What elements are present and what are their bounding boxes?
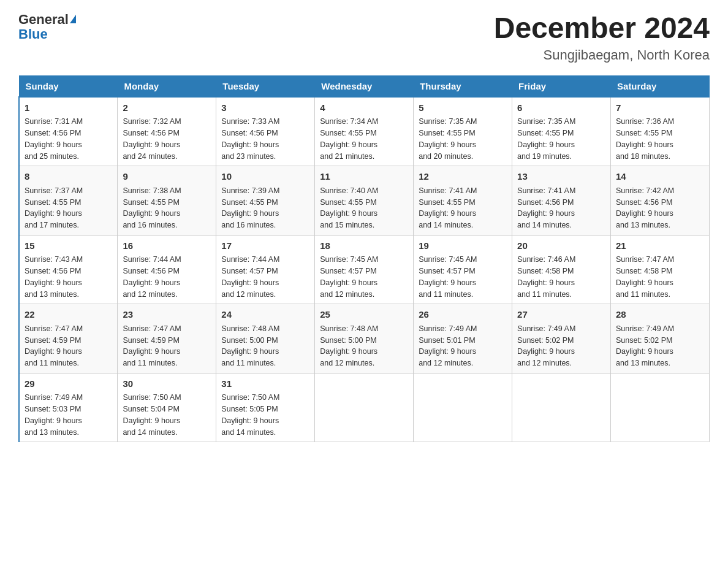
day-number: 23 [123, 308, 211, 322]
calendar-cell: 23Sunrise: 7:47 AM Sunset: 4:59 PM Dayli… [118, 304, 216, 373]
day-number: 20 [517, 239, 605, 253]
calendar-cell: 30Sunrise: 7:50 AM Sunset: 5:04 PM Dayli… [118, 373, 216, 442]
logo-blue-text: Blue [18, 27, 76, 42]
calendar-cell [414, 373, 512, 442]
day-number: 31 [221, 377, 309, 391]
calendar-cell: 11Sunrise: 7:40 AM Sunset: 4:55 PM Dayli… [315, 166, 414, 236]
day-info: Sunrise: 7:47 AM Sunset: 4:59 PM Dayligh… [123, 323, 211, 369]
calendar-table: SundayMondayTuesdayWednesdayThursdayFrid… [18, 75, 710, 443]
day-info: Sunrise: 7:48 AM Sunset: 5:00 PM Dayligh… [221, 323, 309, 369]
day-info: Sunrise: 7:37 AM Sunset: 4:55 PM Dayligh… [25, 185, 112, 231]
logo-top-row: General [18, 12, 76, 27]
calendar-cell: 4Sunrise: 7:34 AM Sunset: 4:55 PM Daylig… [315, 97, 414, 166]
day-number: 21 [616, 239, 704, 253]
day-info: Sunrise: 7:39 AM Sunset: 4:55 PM Dayligh… [221, 185, 309, 231]
day-number: 4 [320, 101, 408, 115]
day-info: Sunrise: 7:35 AM Sunset: 4:55 PM Dayligh… [419, 116, 507, 162]
calendar-cell: 29Sunrise: 7:49 AM Sunset: 5:03 PM Dayli… [19, 373, 118, 442]
calendar-week-row: 1Sunrise: 7:31 AM Sunset: 4:56 PM Daylig… [19, 97, 710, 166]
calendar-cell: 25Sunrise: 7:48 AM Sunset: 5:00 PM Dayli… [315, 304, 414, 373]
title-area: December 2024 Sungjibaegam, North Korea [494, 12, 710, 63]
calendar-cell: 7Sunrise: 7:36 AM Sunset: 4:55 PM Daylig… [611, 97, 710, 166]
day-info: Sunrise: 7:48 AM Sunset: 5:00 PM Dayligh… [320, 323, 408, 369]
day-info: Sunrise: 7:33 AM Sunset: 4:56 PM Dayligh… [221, 116, 309, 162]
calendar-cell: 27Sunrise: 7:49 AM Sunset: 5:02 PM Dayli… [512, 304, 611, 373]
day-number: 3 [221, 101, 309, 115]
day-number: 30 [123, 377, 211, 391]
calendar-cell: 10Sunrise: 7:39 AM Sunset: 4:55 PM Dayli… [216, 166, 315, 236]
calendar-cell: 15Sunrise: 7:43 AM Sunset: 4:56 PM Dayli… [19, 235, 118, 304]
calendar-cell: 9Sunrise: 7:38 AM Sunset: 4:55 PM Daylig… [118, 166, 216, 236]
day-info: Sunrise: 7:45 AM Sunset: 4:57 PM Dayligh… [419, 254, 507, 300]
day-info: Sunrise: 7:40 AM Sunset: 4:55 PM Dayligh… [320, 185, 408, 231]
column-header-sunday: Sunday [19, 75, 118, 97]
day-number: 16 [123, 239, 211, 253]
logo: General Blue [18, 12, 76, 42]
calendar-cell: 5Sunrise: 7:35 AM Sunset: 4:55 PM Daylig… [414, 97, 512, 166]
calendar-cell: 8Sunrise: 7:37 AM Sunset: 4:55 PM Daylig… [19, 166, 118, 236]
page-header: General Blue December 2024 Sungjibaegam,… [18, 12, 710, 63]
day-number: 25 [320, 308, 408, 322]
day-info: Sunrise: 7:46 AM Sunset: 4:58 PM Dayligh… [517, 254, 605, 300]
calendar-cell: 19Sunrise: 7:45 AM Sunset: 4:57 PM Dayli… [414, 235, 512, 304]
day-info: Sunrise: 7:32 AM Sunset: 4:56 PM Dayligh… [123, 116, 211, 162]
day-info: Sunrise: 7:49 AM Sunset: 5:02 PM Dayligh… [517, 323, 605, 369]
day-info: Sunrise: 7:49 AM Sunset: 5:03 PM Dayligh… [25, 392, 112, 438]
day-info: Sunrise: 7:50 AM Sunset: 5:04 PM Dayligh… [123, 392, 211, 438]
calendar-cell: 17Sunrise: 7:44 AM Sunset: 4:57 PM Dayli… [216, 235, 315, 304]
day-info: Sunrise: 7:45 AM Sunset: 4:57 PM Dayligh… [320, 254, 408, 300]
day-number: 29 [25, 377, 112, 391]
calendar-cell: 18Sunrise: 7:45 AM Sunset: 4:57 PM Dayli… [315, 235, 414, 304]
calendar-cell: 31Sunrise: 7:50 AM Sunset: 5:05 PM Dayli… [216, 373, 315, 442]
calendar-week-row: 8Sunrise: 7:37 AM Sunset: 4:55 PM Daylig… [19, 166, 710, 236]
column-header-friday: Friday [512, 75, 611, 97]
calendar-cell: 14Sunrise: 7:42 AM Sunset: 4:56 PM Dayli… [611, 166, 710, 236]
calendar-header-row: SundayMondayTuesdayWednesdayThursdayFrid… [19, 75, 710, 97]
calendar-week-row: 29Sunrise: 7:49 AM Sunset: 5:03 PM Dayli… [19, 373, 710, 442]
day-info: Sunrise: 7:41 AM Sunset: 4:55 PM Dayligh… [419, 185, 507, 231]
day-info: Sunrise: 7:36 AM Sunset: 4:55 PM Dayligh… [616, 116, 704, 162]
calendar-cell: 6Sunrise: 7:35 AM Sunset: 4:55 PM Daylig… [512, 97, 611, 166]
day-number: 27 [517, 308, 605, 322]
day-info: Sunrise: 7:41 AM Sunset: 4:56 PM Dayligh… [517, 185, 605, 231]
calendar-cell: 20Sunrise: 7:46 AM Sunset: 4:58 PM Dayli… [512, 235, 611, 304]
day-info: Sunrise: 7:47 AM Sunset: 4:59 PM Dayligh… [25, 323, 112, 369]
day-number: 8 [25, 170, 112, 184]
day-number: 5 [419, 101, 507, 115]
month-title: December 2024 [494, 12, 710, 45]
column-header-wednesday: Wednesday [315, 75, 414, 97]
day-number: 14 [616, 170, 704, 184]
day-number: 9 [123, 170, 211, 184]
day-number: 19 [419, 239, 507, 253]
day-number: 28 [616, 308, 704, 322]
column-header-tuesday: Tuesday [216, 75, 315, 97]
calendar-cell: 13Sunrise: 7:41 AM Sunset: 4:56 PM Dayli… [512, 166, 611, 236]
calendar-week-row: 22Sunrise: 7:47 AM Sunset: 4:59 PM Dayli… [19, 304, 710, 373]
logo-triangle-icon [70, 15, 76, 23]
day-info: Sunrise: 7:47 AM Sunset: 4:58 PM Dayligh… [616, 254, 704, 300]
day-info: Sunrise: 7:44 AM Sunset: 4:57 PM Dayligh… [221, 254, 309, 300]
calendar-cell: 22Sunrise: 7:47 AM Sunset: 4:59 PM Dayli… [19, 304, 118, 373]
calendar-cell: 24Sunrise: 7:48 AM Sunset: 5:00 PM Dayli… [216, 304, 315, 373]
day-info: Sunrise: 7:34 AM Sunset: 4:55 PM Dayligh… [320, 116, 408, 162]
calendar-cell: 28Sunrise: 7:49 AM Sunset: 5:02 PM Dayli… [611, 304, 710, 373]
day-info: Sunrise: 7:35 AM Sunset: 4:55 PM Dayligh… [517, 116, 605, 162]
day-number: 24 [221, 308, 309, 322]
day-number: 1 [25, 101, 112, 115]
calendar-cell [611, 373, 710, 442]
calendar-cell: 2Sunrise: 7:32 AM Sunset: 4:56 PM Daylig… [118, 97, 216, 166]
calendar-cell: 26Sunrise: 7:49 AM Sunset: 5:01 PM Dayli… [414, 304, 512, 373]
calendar-week-row: 15Sunrise: 7:43 AM Sunset: 4:56 PM Dayli… [19, 235, 710, 304]
day-number: 15 [25, 239, 112, 253]
day-number: 13 [517, 170, 605, 184]
day-number: 12 [419, 170, 507, 184]
day-info: Sunrise: 7:38 AM Sunset: 4:55 PM Dayligh… [123, 185, 211, 231]
day-number: 26 [419, 308, 507, 322]
calendar-cell [315, 373, 414, 442]
calendar-cell [512, 373, 611, 442]
calendar-cell: 21Sunrise: 7:47 AM Sunset: 4:58 PM Dayli… [611, 235, 710, 304]
day-number: 17 [221, 239, 309, 253]
day-info: Sunrise: 7:49 AM Sunset: 5:02 PM Dayligh… [616, 323, 704, 369]
day-info: Sunrise: 7:50 AM Sunset: 5:05 PM Dayligh… [221, 392, 309, 438]
logo-general-text: General [18, 12, 69, 27]
